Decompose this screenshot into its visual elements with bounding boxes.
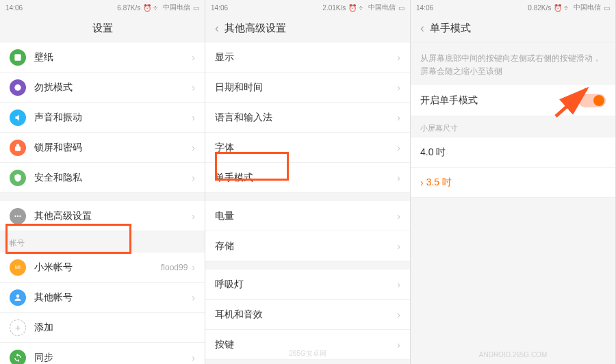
section-account: 帐号 [0, 231, 205, 252]
item-sync[interactable]: 同步 › [0, 343, 205, 364]
item-datetime[interactable]: 日期和时间› [205, 73, 410, 103]
toggle-onehand[interactable]: 开启单手模式 [411, 85, 615, 116]
page-title: 单手模式 [430, 22, 471, 35]
plus-icon: + [10, 320, 26, 336]
item-battery[interactable]: 电量› [205, 201, 410, 231]
item-security[interactable]: 安全和隐私 › [0, 163, 205, 193]
item-display[interactable]: 显示› [205, 42, 410, 73]
title-bar: ‹ 其他高级设置 [205, 15, 410, 42]
status-bar: 14:06 6.87K/s ⏰ ᯤ 中国电信 ▭ [0, 0, 205, 15]
chevron-right-icon: › [192, 82, 195, 93]
svg-point-2 [14, 215, 16, 216]
item-onehand[interactable]: 单手模式› [205, 163, 410, 193]
watermark: ANDROID.265G.COM [411, 351, 615, 359]
item-language[interactable]: 语言和输入法› [205, 103, 410, 133]
status-time: 14:06 [5, 4, 23, 12]
back-button[interactable]: ‹ [420, 21, 424, 36]
sync-icon [10, 350, 26, 365]
dnd-icon [10, 79, 26, 96]
screen-advanced: 14:06 2.01K/s ⏰ ᯤ 中国电信 ▭ ‹ 其他高级设置 显示› 日期… [205, 0, 411, 364]
chevron-right-icon: › [192, 52, 195, 63]
title-bar: 设置 [0, 15, 205, 42]
description: 从屏幕底部中间的按键向左侧或右侧的按键滑动，屏幕会随之缩小至该侧 [411, 42, 615, 85]
chevron-right-icon: › [192, 211, 195, 222]
chevron-right-icon: › [192, 142, 195, 153]
wallpaper-icon [10, 49, 26, 66]
svg-text:MI: MI [15, 265, 21, 270]
lock-icon [10, 140, 26, 156]
screen-settings: 14:06 6.87K/s ⏰ ᯤ 中国电信 ▭ 设置 壁纸 › 勿扰模式 › … [0, 0, 205, 364]
svg-point-6 [16, 294, 20, 298]
page-title: 其他高级设置 [224, 22, 286, 35]
status-bar: 14:06 0.82K/s ⏰ ᯤ 中国电信 ▭ [411, 0, 615, 15]
svg-point-4 [19, 215, 21, 216]
item-storage[interactable]: 存储› [205, 231, 410, 261]
user-icon [10, 289, 26, 306]
chevron-right-icon: › [192, 112, 195, 123]
section-size: 小屏幕尺寸 [411, 116, 615, 138]
mi-icon: MI [10, 259, 26, 276]
item-font[interactable]: 字体› [205, 133, 410, 163]
status-right: 6.87K/s ⏰ ᯤ 中国电信 ▭ [117, 3, 199, 12]
svg-point-1 [14, 84, 21, 90]
item-sound[interactable]: 声音和振动 › [0, 103, 205, 133]
svg-point-3 [17, 215, 18, 216]
status-bar: 14:06 2.01K/s ⏰ ᯤ 中国电信 ▭ [205, 0, 410, 15]
size-3-5[interactable]: ›3.5 吋 [411, 168, 615, 198]
screen-onehand: 14:06 0.82K/s ⏰ ᯤ 中国电信 ▭ ‹ 单手模式 从屏幕底部中间的… [411, 0, 616, 364]
toggle-knob [593, 95, 604, 106]
item-lock[interactable]: 锁屏和密码 › [0, 133, 205, 163]
item-wallpaper[interactable]: 壁纸 › [0, 42, 205, 73]
item-dnd[interactable]: 勿扰模式 › [0, 73, 205, 103]
chevron-right-icon: › [192, 292, 195, 303]
item-advanced[interactable]: 其他高级设置 › [0, 201, 205, 231]
sound-icon [10, 109, 26, 126]
item-led[interactable]: 呼吸灯› [205, 270, 410, 300]
item-add[interactable]: + 添加 [0, 313, 205, 343]
item-other-account[interactable]: 其他帐号 › [0, 283, 205, 313]
size-4-0[interactable]: 4.0 吋 [411, 138, 615, 168]
toggle-switch[interactable] [578, 94, 606, 107]
back-button[interactable]: ‹ [215, 21, 219, 36]
settings-list: 壁纸 › 勿扰模式 › 声音和振动 › 锁屏和密码 › 安全和隐私 › [0, 42, 205, 193]
title-bar: ‹ 单手模式 [411, 15, 615, 42]
chevron-right-icon: › [192, 352, 195, 363]
watermark: 265G安卓网 [205, 349, 410, 359]
svg-rect-0 [14, 54, 21, 60]
chevron-right-icon: › [192, 262, 195, 273]
item-headphone[interactable]: 耳机和音效› [205, 300, 410, 330]
chevron-right-icon: › [192, 172, 195, 183]
item-mi-account[interactable]: MI 小米帐号 flood99 › [0, 252, 205, 283]
page-title: 设置 [23, 22, 181, 35]
more-icon [10, 208, 26, 224]
shield-icon [10, 170, 26, 186]
